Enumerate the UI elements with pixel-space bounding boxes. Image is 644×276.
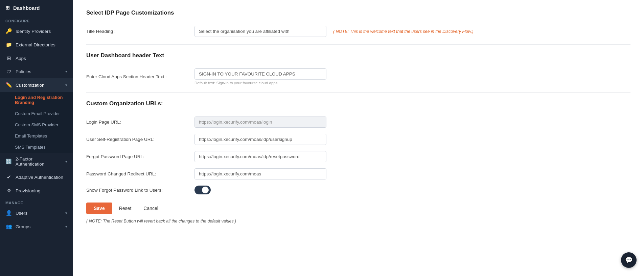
- show-forgot-toggle-wrap: [194, 186, 211, 194]
- users-chevron: ▾: [65, 211, 67, 215]
- manage-section-label: Manage: [0, 197, 73, 206]
- select-idp-section: Select IDP Page Customizations Title Hea…: [86, 9, 630, 37]
- pwd-changed-label: Password Changed Redirect URL:: [86, 171, 188, 176]
- groups-chevron: ▾: [65, 225, 67, 229]
- dashboard-icon: ⊞: [5, 5, 10, 11]
- sidebar-item-groups[interactable]: 👥 Groups ▾: [0, 220, 73, 233]
- login-url-row: Login Page URL:: [86, 116, 630, 128]
- show-forgot-label: Show Forgot Password Link to Users:: [86, 188, 188, 193]
- provisioning-icon: ⚙: [5, 188, 12, 194]
- self-reg-row: User Self-Registration Page URL:: [86, 134, 630, 145]
- dashboard-nav-item[interactable]: ⊞ Dashboard: [0, 0, 73, 16]
- sidebar-item-two-factor[interactable]: 🔢 2-Factor Authentication ▾: [0, 153, 73, 170]
- two-factor-icon: 🔢: [5, 158, 12, 165]
- forgot-pwd-row: Forgot Password Page URL:: [86, 151, 630, 162]
- save-button[interactable]: Save: [86, 203, 112, 214]
- sidebar-submenu-custom-email-provider[interactable]: Custom Email Provider: [0, 108, 73, 119]
- sidebar-submenu-login-branding[interactable]: Login and Registration Branding: [0, 92, 73, 108]
- external-directories-icon: 📁: [5, 42, 12, 48]
- users-icon: 👤: [5, 210, 12, 216]
- sidebar-submenu-custom-sms-provider[interactable]: Custom SMS Provider: [0, 119, 73, 130]
- customization-submenu: Login and Registration Branding Custom E…: [0, 92, 73, 153]
- cloud-apps-row: Enter Cloud Apps Section Header Text : D…: [86, 68, 630, 85]
- sidebar-submenu-sms-templates[interactable]: SMS Templates: [0, 142, 73, 153]
- sidebar: ⊞ Dashboard Configure 🔑 Identity Provide…: [0, 0, 73, 276]
- cloud-apps-hint: Default text: Sign-In to your favourite …: [194, 81, 326, 85]
- user-dashboard-title: User Dashboard header Text: [86, 52, 630, 59]
- login-url-label: Login Page URL:: [86, 120, 188, 125]
- policies-icon: 🛡: [5, 69, 12, 75]
- bottom-note: ( NOTE: The Reset Button will revert bac…: [86, 219, 630, 224]
- self-reg-label: User Self-Registration Page URL:: [86, 137, 188, 142]
- customization-chevron: ▾: [65, 83, 67, 87]
- sidebar-item-customization[interactable]: ✏️ Customization ▾: [0, 78, 73, 92]
- sidebar-item-users[interactable]: 👤 Users ▾: [0, 206, 73, 220]
- title-heading-row: Title Heading : ( NOTE: This is the welc…: [86, 26, 630, 37]
- cancel-button[interactable]: Cancel: [138, 203, 164, 214]
- self-reg-input[interactable]: [194, 134, 326, 145]
- sidebar-item-external-directories[interactable]: 📁 External Directories: [0, 38, 73, 51]
- fab-button[interactable]: 💬: [621, 252, 637, 268]
- divider-1: [86, 44, 630, 45]
- divider-2: [86, 92, 630, 93]
- configure-section-label: Configure: [0, 16, 73, 24]
- forgot-pwd-input[interactable]: [194, 151, 326, 162]
- policies-chevron: ▾: [65, 69, 67, 74]
- apps-icon: ⊞: [5, 55, 12, 61]
- fab-icon: 💬: [625, 256, 632, 264]
- select-idp-title: Select IDP Page Customizations: [86, 9, 630, 16]
- user-dashboard-section: User Dashboard header Text Enter Cloud A…: [86, 52, 630, 85]
- show-forgot-row: Show Forgot Password Link to Users:: [86, 186, 630, 194]
- pwd-changed-input[interactable]: [194, 168, 326, 179]
- custom-org-title: Custom Organization URLs:: [86, 100, 630, 107]
- adaptive-auth-icon: ✔: [5, 174, 12, 180]
- reset-button[interactable]: Reset: [114, 203, 137, 214]
- title-heading-label: Title Heading :: [86, 29, 188, 34]
- sidebar-item-adaptive-auth[interactable]: ✔ Adaptive Authentication: [0, 170, 73, 184]
- cloud-apps-input[interactable]: [194, 68, 326, 80]
- main-content: Select IDP Page Customizations Title Hea…: [73, 0, 644, 276]
- sidebar-item-identity-providers[interactable]: 🔑 Identity Providers: [0, 24, 73, 38]
- toggle-slider: [194, 186, 211, 194]
- sidebar-item-provisioning[interactable]: ⚙ Provisioning: [0, 184, 73, 197]
- sidebar-submenu-email-templates[interactable]: Email Templates: [0, 130, 73, 142]
- groups-icon: 👥: [5, 224, 12, 230]
- cloud-apps-label: Enter Cloud Apps Section Header Text :: [86, 74, 188, 79]
- sidebar-item-policies[interactable]: 🛡 Policies ▾: [0, 65, 73, 78]
- pwd-changed-row: Password Changed Redirect URL:: [86, 168, 630, 179]
- action-row: Save Reset Cancel: [86, 203, 630, 214]
- show-forgot-toggle[interactable]: [194, 186, 211, 194]
- two-factor-chevron: ▾: [65, 160, 67, 164]
- forgot-pwd-label: Forgot Password Page URL:: [86, 154, 188, 159]
- sidebar-item-apps[interactable]: ⊞ Apps: [0, 51, 73, 65]
- identity-providers-icon: 🔑: [5, 28, 12, 34]
- title-heading-input[interactable]: [194, 26, 326, 37]
- title-heading-note: ( NOTE: This is the welcome text that th…: [333, 29, 474, 34]
- custom-org-section: Custom Organization URLs: Login Page URL…: [86, 100, 630, 194]
- login-url-input[interactable]: [194, 116, 326, 128]
- customization-icon: ✏️: [5, 82, 12, 88]
